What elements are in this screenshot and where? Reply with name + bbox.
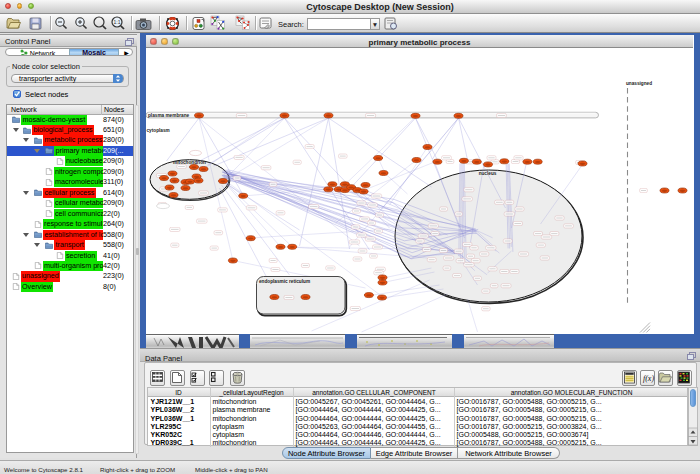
svg-text:nucleus: nucleus xyxy=(479,170,497,175)
svg-text:plasma membrane: plasma membrane xyxy=(148,113,190,118)
svg-text:cytoplasm: cytoplasm xyxy=(147,127,170,132)
svg-text:unassigned: unassigned xyxy=(626,80,652,85)
svg-text:endoplasmic reticulum: endoplasmic reticulum xyxy=(259,278,310,283)
svg-text:1:1: 1:1 xyxy=(114,19,121,25)
